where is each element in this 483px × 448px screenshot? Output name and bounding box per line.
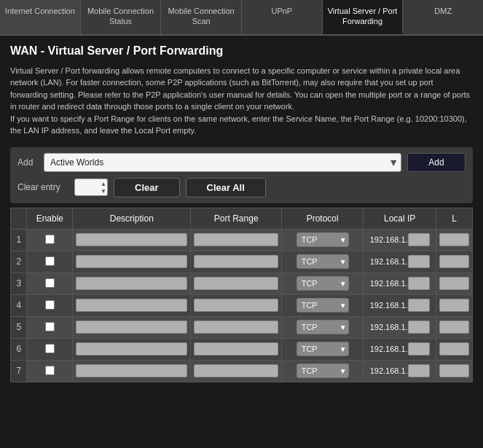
description-input[interactable] (76, 342, 187, 355)
description-input[interactable] (76, 364, 187, 377)
port-forwarding-table: Enable Description Port Range Protocol L… (10, 208, 473, 382)
protocol-cell: TCPUDPBOTH▼ (282, 229, 364, 251)
local-port-input[interactable] (439, 364, 469, 377)
table-row: 4TCPUDPBOTH▼192.168.1. (11, 294, 473, 316)
description-input[interactable] (76, 299, 187, 312)
protocol-select[interactable]: TCPUDPBOTH (297, 320, 349, 334)
description-cell (73, 229, 191, 251)
tab-mobile-connection-scan[interactable]: Mobile Connection Scan (161, 0, 242, 34)
port-range-input[interactable] (194, 364, 278, 377)
row-number: 3 (11, 272, 27, 294)
description-input[interactable] (76, 233, 187, 246)
local-port-cell (436, 338, 473, 360)
enable-checkbox[interactable] (45, 256, 55, 266)
enable-checkbox[interactable] (45, 235, 55, 244)
local-port-cell (436, 294, 473, 316)
enable-checkbox[interactable] (45, 366, 55, 375)
tab-mobile-connection-status[interactable]: Mobile Connection Status (81, 0, 162, 34)
local-ip-input[interactable] (408, 299, 430, 312)
description-cell (73, 360, 191, 382)
tab-internet-connection[interactable]: Internet Connection (0, 0, 81, 34)
table-row: 7TCPUDPBOTH▼192.168.1. (11, 360, 473, 382)
enable-cell (27, 272, 73, 294)
enable-cell (27, 360, 73, 382)
local-ip-prefix: 192.168.1. (370, 366, 408, 375)
local-ip-input[interactable] (408, 277, 430, 290)
entry-number-wrapper: ▲ ▼ (74, 178, 108, 196)
tab-virtual-server-port-forwarding[interactable]: Virtual Server / Port Forwarding (323, 0, 404, 34)
local-ip-cell: 192.168.1. (364, 272, 436, 294)
page-content: WAN - Virtual Server / Port Forwarding V… (0, 36, 483, 391)
tab-dmz[interactable]: DMZ (403, 0, 483, 34)
local-port-input[interactable] (439, 277, 469, 290)
enable-checkbox[interactable] (45, 278, 55, 288)
local-port-input[interactable] (439, 233, 469, 246)
protocol-select[interactable]: TCPUDPBOTH (297, 342, 349, 356)
port-range-input[interactable] (194, 321, 278, 334)
col-header-port-range: Port Range (191, 208, 282, 229)
port-range-cell (191, 294, 282, 316)
description-input[interactable] (76, 277, 187, 290)
page-title: WAN - Virtual Server / Port Forwarding (10, 44, 473, 58)
clear-button[interactable]: Clear (114, 178, 180, 197)
col-header-num (11, 208, 27, 229)
local-ip-cell: 192.168.1. (364, 294, 436, 316)
description-input[interactable] (76, 255, 187, 268)
port-range-cell (191, 316, 282, 338)
protocol-select[interactable]: TCPUDPBOTH (297, 298, 349, 313)
local-port-cell (436, 272, 473, 294)
col-header-enable: Enable (27, 208, 73, 229)
protocol-select[interactable]: TCPUDPBOTH (297, 363, 349, 378)
local-port-input[interactable] (439, 321, 469, 334)
tab-upnp[interactable]: UPnP (242, 0, 323, 34)
local-ip-input[interactable] (408, 364, 430, 377)
local-ip-input[interactable] (408, 255, 430, 268)
port-range-input[interactable] (194, 277, 278, 290)
col-header-local-ip: Local IP (364, 208, 436, 229)
port-range-input[interactable] (194, 233, 278, 246)
table-row: 2TCPUDPBOTH▼192.168.1. (11, 251, 473, 272)
local-ip-input[interactable] (408, 321, 430, 334)
protocol-cell: TCPUDPBOTH▼ (282, 316, 364, 338)
local-ip-prefix: 192.168.1. (370, 301, 408, 310)
table-row: 5TCPUDPBOTH▼192.168.1. (11, 316, 473, 338)
port-range-input[interactable] (194, 342, 278, 355)
controls-bar: Add Active Worlds ▼ Add Clear entry ▲ ▼ … (10, 147, 473, 203)
enable-checkbox[interactable] (45, 300, 55, 310)
protocol-select[interactable]: TCPUDPBOTH (297, 254, 349, 269)
enable-checkbox[interactable] (45, 322, 55, 331)
protocol-select-wrapper: TCPUDPBOTH▼ (297, 276, 349, 291)
add-button[interactable]: Add (407, 153, 466, 172)
navigation-tabs: Internet Connection Mobile Connection St… (0, 0, 483, 36)
table-row: 1TCPUDPBOTH▼192.168.1. (11, 229, 473, 251)
description-input[interactable] (76, 321, 187, 334)
local-port-input[interactable] (439, 255, 469, 268)
local-port-input[interactable] (439, 342, 469, 355)
row-number: 1 (11, 229, 27, 251)
local-ip-input[interactable] (408, 342, 430, 355)
description-line1: Virtual Server / Port forwarding allows … (10, 66, 470, 111)
local-ip-cell: 192.168.1. (364, 360, 436, 382)
clear-all-button[interactable]: Clear All (186, 178, 266, 197)
local-ip-cell: 192.168.1. (364, 316, 436, 338)
entry-number-input[interactable] (74, 178, 108, 196)
enable-checkbox[interactable] (45, 344, 55, 353)
protocol-cell: TCPUDPBOTH▼ (282, 360, 364, 382)
protocol-select[interactable]: TCPUDPBOTH (297, 232, 349, 247)
add-service-select[interactable]: Active Worlds (44, 153, 401, 172)
port-range-input[interactable] (194, 255, 278, 268)
page-description: Virtual Server / Port forwarding allows … (10, 65, 473, 137)
description-line2: If you want to specify a Port Range for … (10, 114, 467, 135)
table-row: 6TCPUDPBOTH▼192.168.1. (11, 338, 473, 360)
local-ip-cell: 192.168.1. (364, 251, 436, 272)
port-range-input[interactable] (194, 299, 278, 312)
local-ip-input[interactable] (408, 233, 430, 246)
local-ip-prefix: 192.168.1. (370, 345, 408, 353)
protocol-cell: TCPUDPBOTH▼ (282, 272, 364, 294)
local-port-input[interactable] (439, 299, 469, 312)
port-range-cell (191, 272, 282, 294)
protocol-select-wrapper: TCPUDPBOTH▼ (297, 342, 349, 356)
add-row: Add Active Worlds ▼ Add (17, 153, 466, 172)
protocol-select[interactable]: TCPUDPBOTH (297, 276, 349, 291)
row-number: 5 (11, 316, 27, 338)
